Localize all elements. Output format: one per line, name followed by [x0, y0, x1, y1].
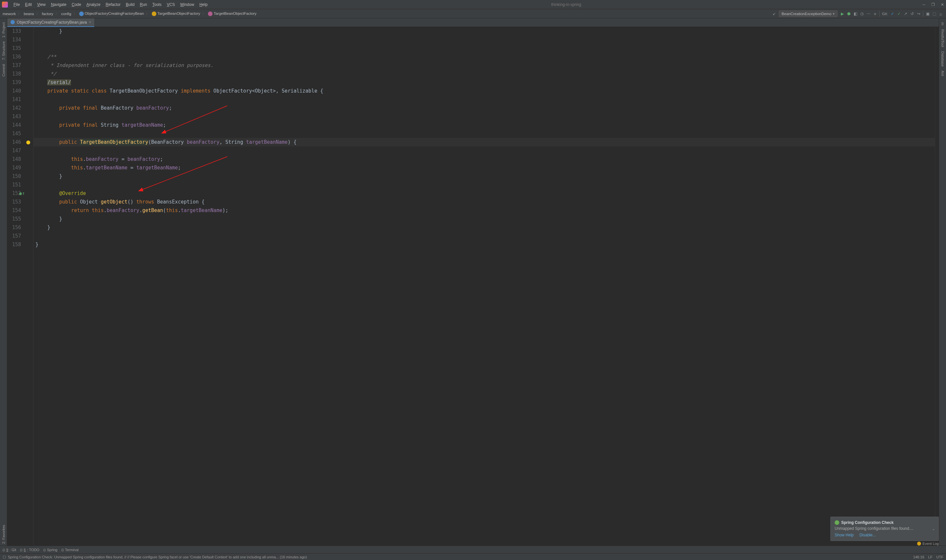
- chevron-down-icon: ▾: [833, 11, 835, 16]
- push-icon[interactable]: ↗: [902, 11, 909, 17]
- status-message: Spring Configuration Check: Unmapped Spr…: [8, 555, 913, 559]
- menu-window[interactable]: Window: [178, 1, 196, 8]
- history-icon[interactable]: ↺: [909, 11, 915, 17]
- debug-button[interactable]: ⬢: [846, 11, 852, 17]
- close-tab-icon[interactable]: ×: [89, 20, 91, 25]
- warning-icon: [917, 542, 921, 546]
- bottom-tab-todo[interactable]: ⎙ 6: TODO: [20, 548, 39, 552]
- run-config-name: BeanCreationExceptionDemo: [782, 12, 832, 16]
- tool-2-favorites[interactable]: 2: Favorites: [1, 523, 6, 546]
- left-tool-strip: 1: Project7: StructureCommit2: Favorites: [0, 18, 7, 546]
- target-icon[interactable]: ↙: [771, 11, 778, 17]
- coverage-button[interactable]: ◧: [852, 11, 859, 17]
- caret-position[interactable]: 146:16: [913, 555, 924, 559]
- tool-1-project[interactable]: 1: Project: [1, 20, 6, 39]
- update-project-icon[interactable]: ✓: [889, 11, 896, 17]
- menu-tools[interactable]: Tools: [150, 1, 164, 8]
- menu-code[interactable]: Code: [69, 1, 83, 8]
- run-button[interactable]: ▶: [839, 11, 846, 17]
- title-bar: FileEditViewNavigateCodeAnalyzeRefactorB…: [0, 0, 946, 9]
- menu-analyze[interactable]: Analyze: [84, 1, 103, 8]
- menu-vcs[interactable]: VCS: [165, 1, 177, 8]
- run-config-selector[interactable]: BeanCreationExceptionDemo ▾: [779, 11, 838, 17]
- status-bar: ▢ Spring Configuration Check: Unmapped S…: [0, 554, 946, 560]
- app-icon: [2, 2, 8, 8]
- window-controls: ─ ❐ ✕: [922, 2, 944, 7]
- breadcrumb-item[interactable]: ObjectFactoryCreatingFactoryBean: [79, 11, 145, 17]
- event-log-button[interactable]: Event Log: [917, 542, 939, 546]
- main-layout: 1: Project7: StructureCommit2: Favorites…: [0, 18, 946, 546]
- menu-edit[interactable]: Edit: [23, 1, 34, 8]
- notification-body: Unmapped Spring configuration files foun…: [835, 526, 935, 531]
- close-icon[interactable]: ✕: [941, 2, 944, 7]
- revert-icon[interactable]: ↪: [915, 11, 922, 17]
- search-icon[interactable]: ⌕: [937, 11, 944, 17]
- m-icon: [208, 11, 213, 16]
- breadcrumb-item[interactable]: beans: [23, 11, 34, 16]
- menu-run[interactable]: Run: [138, 1, 149, 8]
- editor-area: ObjectFactoryCreatingFactoryBean.java × …: [7, 18, 939, 546]
- attach-button[interactable]: ⋯: [865, 11, 872, 17]
- show-help-link[interactable]: Show Help: [835, 533, 854, 537]
- menu-refactor[interactable]: Refactor: [103, 1, 123, 8]
- tool-database[interactable]: Database: [940, 49, 945, 69]
- menu-view[interactable]: View: [35, 1, 48, 8]
- disable-link[interactable]: Disable...: [859, 533, 876, 537]
- breadcrumb-item[interactable]: TargetBeanObjectFactory: [207, 11, 257, 17]
- navigation-bar: mework〉beans〉factory〉config〉ObjectFactor…: [0, 9, 946, 18]
- class-icon: [11, 20, 15, 24]
- breadcrumb-item[interactable]: mework: [2, 11, 17, 16]
- menu-build[interactable]: Build: [123, 1, 137, 8]
- maximize-icon[interactable]: ❐: [931, 2, 935, 7]
- code-editor[interactable]: 1331341351361371381391401411421431441451…: [7, 27, 939, 546]
- spring-icon: [835, 520, 839, 525]
- error-stripe[interactable]: [935, 27, 939, 546]
- commit-icon[interactable]: ✓: [896, 11, 902, 17]
- breadcrumb: mework〉beans〉factory〉config〉ObjectFactor…: [2, 11, 771, 17]
- line-separator[interactable]: LF: [928, 555, 932, 559]
- intention-bulb-icon[interactable]: [26, 140, 30, 145]
- notification-title: Spring Configuration Check: [841, 520, 894, 525]
- menu-bar: FileEditViewNavigateCodeAnalyzeRefactorB…: [11, 1, 210, 8]
- editor-tab[interactable]: ObjectFactoryCreatingFactoryBean.java ×: [7, 18, 94, 27]
- code-text[interactable]: } /** * Independent inner class - for se…: [34, 27, 935, 546]
- bottom-tool-tabs: ⎙ 9: Git⎙ 6: TODO⎙ Spring⎙ Terminal: [0, 546, 946, 554]
- menu-navigate[interactable]: Navigate: [49, 1, 69, 8]
- git-label: Git:: [882, 12, 888, 16]
- file-encoding[interactable]: UTF: [937, 555, 943, 559]
- tool-ant[interactable]: Ant: [940, 69, 945, 78]
- tool-commit[interactable]: Commit: [1, 62, 6, 78]
- breadcrumb-item[interactable]: factory: [42, 11, 54, 16]
- minimize-icon[interactable]: ─: [922, 2, 925, 7]
- bottom-tab-terminal[interactable]: ⎙ Terminal: [62, 548, 79, 552]
- search-everywhere-icon[interactable]: ▣: [924, 11, 931, 17]
- status-icon[interactable]: ▢: [3, 555, 6, 559]
- gutter-icons: ◉↑: [24, 27, 34, 546]
- ide-settings-icon[interactable]: ⬚: [931, 11, 937, 17]
- stop-button[interactable]: ■: [872, 11, 878, 17]
- breadcrumb-item[interactable]: config: [60, 11, 72, 16]
- editor-tabs: ObjectFactoryCreatingFactoryBean.java ×: [7, 18, 939, 27]
- bottom-tab-spring[interactable]: ⎙ Spring: [43, 548, 57, 552]
- bottom-tab-git[interactable]: ⎙ 9: Git: [3, 548, 16, 552]
- tool-7-structure[interactable]: 7: Structure: [1, 39, 6, 62]
- override-marker[interactable]: ◉↑: [19, 189, 25, 198]
- tool-restfultool[interactable]: RestfulTool: [940, 27, 945, 49]
- right-tool-strip: mRestfulToolDatabaseAnt: [939, 18, 946, 546]
- tool-m[interactable]: m: [940, 20, 945, 27]
- project-title: thinking-in-spring: [210, 2, 923, 7]
- c-icon: [79, 11, 84, 16]
- notification-popup: Spring Configuration Check Unmapped Spri…: [830, 517, 939, 541]
- menu-file[interactable]: File: [11, 1, 22, 8]
- tab-label: ObjectFactoryCreatingFactoryBean.java: [17, 20, 87, 25]
- line-numbers: 1331341351361371381391401411421431441451…: [7, 27, 24, 546]
- profile-button[interactable]: ◷: [859, 11, 865, 17]
- menu-help[interactable]: Help: [197, 1, 210, 8]
- breadcrumb-item[interactable]: TargetBeanObjectFactory: [151, 11, 201, 17]
- expand-icon[interactable]: ⌄: [932, 526, 935, 531]
- t-icon: [152, 11, 156, 16]
